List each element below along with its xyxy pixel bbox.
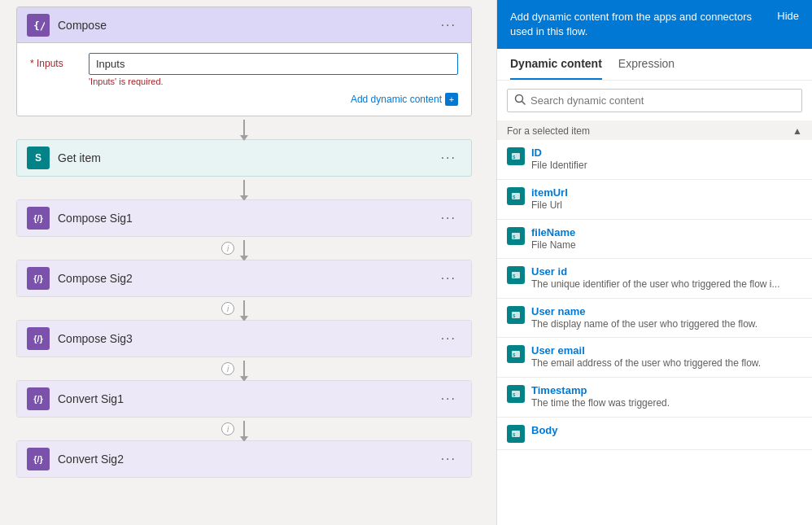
content-item-id[interactable]: S ID File Identifier <box>497 140 812 180</box>
tab-expression[interactable]: Expression <box>618 49 674 80</box>
content-item-timestamp[interactable]: S Timestamp The time the flow was trigge… <box>497 378 812 418</box>
info-badge-sig2: i <box>221 242 234 255</box>
get-item-icon: S <box>27 147 50 169</box>
content-item-id-text: ID File Identifier <box>531 147 587 173</box>
content-item-username-text: User name The display name of the user w… <box>531 305 757 331</box>
compose-sig1-title: Compose Sig1 <box>58 212 436 225</box>
inputs-field-row: * Inputs 'Inputs' is required. <box>30 53 458 86</box>
compose-top-more[interactable]: ··· <box>436 15 461 36</box>
convert-sig2-title: Convert Sig2 <box>58 453 436 466</box>
connector-sig1 <box>16 177 472 199</box>
convert-sig1-more[interactable]: ··· <box>436 388 461 409</box>
content-item-body-icon: S <box>507 425 525 443</box>
content-item-timestamp-icon: S <box>507 385 525 403</box>
content-item-useremail[interactable]: S User email The email address of the us… <box>497 338 812 378</box>
content-item-itemurl-name: itemUrl <box>531 186 568 199</box>
convert-sig1-header: {/} Convert Sig1 ··· <box>17 381 471 417</box>
content-item-username[interactable]: S User name The display name of the user… <box>497 299 812 339</box>
connector-convert2: i <box>16 418 472 440</box>
search-icon <box>514 94 526 107</box>
compose-sig2-header: {/} Compose Sig2 ··· <box>17 260 471 296</box>
add-dynamic-label: Add dynamic content <box>351 94 442 105</box>
panel-tabs: Dynamic content Expression <box>497 49 812 81</box>
arrow-line-sig2 <box>243 240 245 256</box>
content-item-filename[interactable]: S fileName File Name <box>497 220 812 260</box>
inputs-error: 'Inputs' is required. <box>89 77 458 86</box>
compose-sig3-card: {/} Compose Sig3 ··· <box>16 320 472 357</box>
connector-1 <box>16 116 472 139</box>
content-item-filename-desc: File Name <box>531 239 576 252</box>
compose-sig3-icon: {/} <box>27 327 50 350</box>
content-item-id-desc: File Identifier <box>531 160 587 173</box>
compose-top-icon: {/} <box>27 14 50 37</box>
add-dynamic-wrap: Add dynamic content + <box>30 93 458 106</box>
content-item-username-name: User name <box>531 305 757 317</box>
compose-sig3-more[interactable]: ··· <box>436 328 461 349</box>
connector-sig2: i <box>16 237 472 260</box>
content-item-useremail-name: User email <box>531 344 761 357</box>
inputs-input-wrap: 'Inputs' is required. <box>89 53 458 86</box>
convert-sig1-title: Convert Sig1 <box>58 392 436 405</box>
scroll-chevron: ▲ <box>792 125 802 137</box>
compose-top-header: {/} Compose ··· <box>17 7 471 43</box>
compose-sig2-more[interactable]: ··· <box>436 268 461 289</box>
search-input[interactable] <box>530 94 795 107</box>
content-item-id-icon: S <box>507 147 525 165</box>
info-badge-convert1: i <box>221 362 234 375</box>
content-item-itemurl-desc: File Url <box>531 199 568 212</box>
content-item-itemurl[interactable]: S itemUrl File Url <box>497 180 812 220</box>
compose-sig1-card: {/} Compose Sig1 ··· <box>16 199 472 237</box>
arrow-line-sig3 <box>243 300 245 317</box>
section-label-text: For a selected item <box>507 125 590 137</box>
compose-top-body: * Inputs 'Inputs' is required. Add dynam… <box>17 43 471 116</box>
content-item-body-name: Body <box>531 424 558 436</box>
convert-sig2-more[interactable]: ··· <box>436 448 461 470</box>
hide-button[interactable]: Hide <box>777 10 799 22</box>
content-item-timestamp-text: Timestamp The time the flow was triggere… <box>531 384 670 410</box>
content-item-userid[interactable]: S User id The unique identifier of the u… <box>497 259 812 299</box>
add-dynamic-button[interactable]: Add dynamic content + <box>351 93 458 106</box>
panel-header: Add dynamic content from the apps and co… <box>497 0 812 49</box>
content-item-body[interactable]: S Body <box>497 418 812 450</box>
inputs-field[interactable] <box>89 53 458 75</box>
compose-top-card: {/} Compose ··· * Inputs 'Inputs' is req… <box>16 7 472 116</box>
section-label: For a selected item ▲ <box>497 120 812 140</box>
content-list: S ID File Identifier S itemUrl File Url <box>497 140 812 525</box>
get-item-title: Get item <box>58 151 436 164</box>
content-item-filename-icon: S <box>507 227 525 245</box>
content-item-userid-desc: The unique identifier of the user who tr… <box>531 278 780 291</box>
connector-sig3: i <box>16 297 472 320</box>
get-item-header: S Get item ··· <box>17 140 471 176</box>
search-box <box>507 89 802 112</box>
content-item-username-desc: The display name of the user who trigger… <box>531 318 757 331</box>
arrow-line-sig1 <box>243 180 245 196</box>
info-badge-sig3: i <box>221 302 234 315</box>
convert-sig1-card: {/} Convert Sig1 ··· <box>16 380 472 418</box>
arrow-line-convert2 <box>243 421 245 437</box>
panel-header-text: Add dynamic content from the apps and co… <box>510 10 767 39</box>
compose-sig3-header: {/} Compose Sig3 ··· <box>17 321 471 357</box>
content-item-body-text: Body <box>531 424 558 437</box>
compose-sig1-header: {/} Compose Sig1 ··· <box>17 200 471 236</box>
tab-dynamic-content[interactable]: Dynamic content <box>510 49 602 80</box>
dynamic-content-panel: Add dynamic content from the apps and co… <box>496 0 812 525</box>
convert-sig2-card: {/} Convert Sig2 ··· <box>16 440 472 478</box>
flow-canvas: {/} Compose ··· * Inputs 'Inputs' is req… <box>0 0 496 525</box>
compose-sig2-icon: {/} <box>27 267 50 290</box>
content-item-timestamp-desc: The time the flow was triggered. <box>531 397 670 410</box>
content-item-useremail-text: User email The email address of the user… <box>531 344 761 370</box>
compose-sig1-more[interactable]: ··· <box>436 208 461 229</box>
info-badge-convert2: i <box>221 422 234 435</box>
content-item-id-name: ID <box>531 147 587 159</box>
content-item-userid-text: User id The unique identifier of the use… <box>531 265 780 291</box>
compose-sig2-title: Compose Sig2 <box>58 272 436 285</box>
content-item-filename-text: fileName File Name <box>531 226 576 252</box>
add-dynamic-icon: + <box>445 93 458 106</box>
compose-top-title: Compose <box>58 19 436 32</box>
content-item-filename-name: fileName <box>531 226 576 238</box>
get-item-more[interactable]: ··· <box>436 147 461 168</box>
inputs-label: * Inputs <box>30 53 79 69</box>
compose-sig2-card: {/} Compose Sig2 ··· <box>16 260 472 297</box>
content-item-userid-name: User id <box>531 265 780 278</box>
convert-sig2-header: {/} Convert Sig2 ··· <box>17 441 471 477</box>
